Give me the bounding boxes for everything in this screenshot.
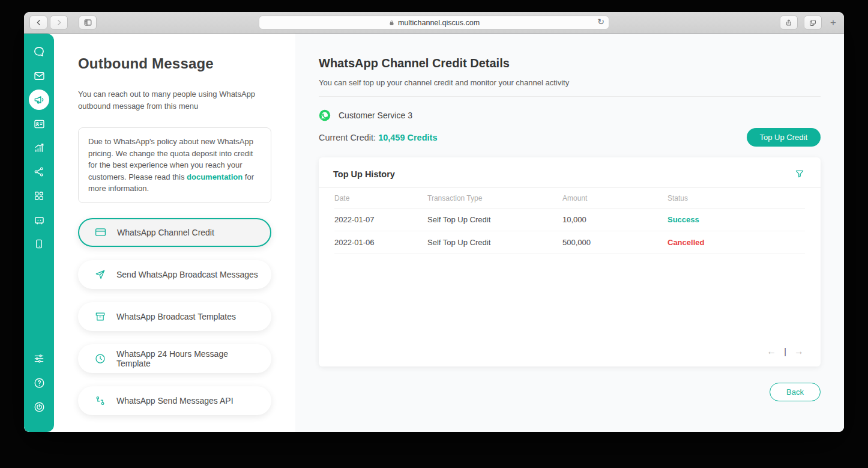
sidebar-item-outbound[interactable] bbox=[24, 88, 54, 112]
share-icon bbox=[785, 18, 793, 27]
section-subtitle: You can self top up your channel credit … bbox=[319, 78, 821, 87]
clock-icon bbox=[94, 353, 106, 365]
sidebar-item-apps[interactable] bbox=[24, 184, 54, 208]
page-body: Outbound Message You can reach out to ma… bbox=[24, 34, 844, 432]
mobile-phone-icon bbox=[29, 234, 49, 254]
sidebar-item-help[interactable] bbox=[24, 371, 54, 395]
browser-back-button[interactable] bbox=[29, 16, 47, 29]
menu-item-broadcast-messages[interactable]: Send WhatsApp Broadcast Messages bbox=[78, 260, 271, 289]
credit-card-icon bbox=[94, 226, 107, 239]
sidebar-item-integrations[interactable] bbox=[24, 160, 54, 184]
pagination: ← | → bbox=[767, 346, 804, 357]
sliders-icon bbox=[29, 348, 49, 369]
api-nodes-icon bbox=[94, 395, 106, 407]
url-text: multichannel.qiscus.com bbox=[398, 19, 480, 27]
menu-item-label: WhatsApp Send Messages API bbox=[116, 396, 234, 406]
policy-notice: Due to WhatsApp's policy about new Whats… bbox=[78, 127, 271, 203]
power-icon bbox=[29, 397, 49, 417]
menu-item-label: Send WhatsApp Broadcast Messages bbox=[116, 270, 258, 279]
reload-button[interactable]: ↻ bbox=[597, 17, 604, 26]
menu-item-label: WhatsApp Channel Credit bbox=[117, 228, 214, 237]
outbound-panel: Outbound Message You can reach out to ma… bbox=[54, 34, 295, 432]
channel-row: Customer Service 3 bbox=[319, 109, 821, 121]
pagination-divider: | bbox=[784, 347, 786, 356]
cell-type: Self Top Up Credit bbox=[427, 231, 562, 254]
app-sidebar bbox=[24, 34, 54, 432]
chevron-left-icon bbox=[35, 19, 43, 26]
section-title: WhatsApp Channel Credit Details bbox=[319, 56, 821, 70]
sidebar-item-logout[interactable] bbox=[24, 395, 54, 419]
cell-date: 2022-01-07 bbox=[334, 208, 427, 231]
pagination-prev-button[interactable]: ← bbox=[767, 346, 776, 357]
column-header-date: Date bbox=[334, 188, 427, 208]
current-credit-value: 10,459 Credits bbox=[378, 133, 437, 142]
table-row: 2022-01-07 Self Top Up Credit 10,000 Suc… bbox=[334, 208, 805, 231]
back-button[interactable]: Back bbox=[770, 383, 821, 401]
help-circle-icon bbox=[29, 372, 49, 393]
browser-window: multichannel.qiscus.com ↻ + bbox=[24, 12, 844, 432]
credit-row: Current Credit: 10,459 Credits Top Up Cr… bbox=[319, 128, 821, 147]
share-button[interactable] bbox=[780, 16, 798, 29]
share-nodes-icon bbox=[29, 162, 49, 182]
top-up-history-card: Top Up History Date Transaction Type Amo… bbox=[319, 157, 821, 366]
cell-amount: 10,000 bbox=[562, 208, 668, 231]
megaphone-icon bbox=[29, 90, 49, 110]
new-tab-button[interactable]: + bbox=[828, 17, 839, 29]
documentation-link[interactable]: documentation bbox=[187, 172, 243, 181]
whatsapp-logo-icon bbox=[319, 109, 331, 121]
apps-grid-icon bbox=[29, 186, 49, 206]
channel-name: Customer Service 3 bbox=[339, 111, 412, 120]
top-up-credit-button[interactable]: Top Up Credit bbox=[747, 128, 821, 147]
menu-item-channel-credit[interactable]: WhatsApp Channel Credit bbox=[78, 218, 271, 247]
menu-item-label: WhatsApp 24 Hours Message Template bbox=[116, 349, 258, 368]
sidebar-item-contacts[interactable] bbox=[24, 112, 54, 136]
padlock-icon bbox=[388, 19, 395, 26]
table-row: 2022-01-06 Self Top Up Credit 500,000 Ca… bbox=[334, 231, 805, 254]
card-title: Top Up History bbox=[333, 169, 395, 179]
contact-card-icon bbox=[29, 114, 49, 134]
tabs-overview-icon bbox=[809, 19, 817, 27]
column-header-transaction-type: Transaction Type bbox=[427, 188, 562, 208]
qiscus-logo-icon bbox=[29, 41, 49, 62]
status-badge: Success bbox=[668, 208, 805, 231]
card-header: Top Up History bbox=[319, 157, 821, 188]
sidebar-item-bot[interactable] bbox=[24, 208, 54, 232]
browser-sidebar-toggle-button[interactable] bbox=[79, 16, 97, 29]
browser-toolbar: multichannel.qiscus.com ↻ + bbox=[24, 12, 844, 34]
template-box-icon bbox=[94, 311, 106, 323]
sidebar-item-settings[interactable] bbox=[24, 347, 54, 371]
sidebar-item-home[interactable] bbox=[24, 40, 54, 64]
cell-type: Self Top Up Credit bbox=[427, 208, 562, 231]
sidebar-item-mobile[interactable] bbox=[24, 232, 54, 256]
menu-item-label: WhatsApp Broadcast Templates bbox=[116, 312, 236, 321]
status-badge: Cancelled bbox=[668, 231, 805, 254]
credit-details-section: WhatsApp Channel Credit Details You can … bbox=[295, 34, 844, 432]
filter-funnel-icon[interactable] bbox=[794, 169, 805, 180]
chevron-right-icon bbox=[55, 19, 63, 26]
table-header-row: Date Transaction Type Amount Status bbox=[334, 188, 805, 208]
toolbar-right-group: + bbox=[780, 16, 839, 29]
menu-item-24h-template[interactable]: WhatsApp 24 Hours Message Template bbox=[78, 344, 271, 373]
nav-button-group bbox=[29, 16, 68, 29]
tabs-overview-button[interactable] bbox=[804, 16, 822, 29]
current-credit: Current Credit: 10,459 Credits bbox=[319, 133, 437, 142]
divider bbox=[319, 96, 821, 97]
menu-item-broadcast-templates[interactable]: WhatsApp Broadcast Templates bbox=[78, 302, 271, 331]
pagination-next-button[interactable]: → bbox=[794, 346, 804, 357]
bot-icon bbox=[29, 210, 49, 230]
cell-date: 2022-01-06 bbox=[334, 231, 427, 254]
browser-forward-button[interactable] bbox=[50, 16, 68, 29]
top-up-history-table: Date Transaction Type Amount Status 2022… bbox=[334, 188, 805, 254]
cell-amount: 500,000 bbox=[562, 231, 668, 254]
column-header-amount: Amount bbox=[562, 188, 668, 208]
page-description: You can reach out to many people using W… bbox=[78, 88, 271, 112]
mail-icon bbox=[29, 65, 49, 86]
paper-plane-icon bbox=[94, 269, 106, 281]
sidebar-item-analytics[interactable] bbox=[24, 136, 54, 160]
analytics-chart-icon bbox=[29, 138, 49, 158]
address-bar[interactable]: multichannel.qiscus.com ↻ bbox=[259, 16, 609, 29]
column-header-status: Status bbox=[668, 188, 805, 208]
menu-item-send-messages-api[interactable]: WhatsApp Send Messages API bbox=[78, 386, 271, 415]
sidebar-item-inbox[interactable] bbox=[24, 64, 54, 88]
back-row: Back bbox=[319, 383, 821, 401]
